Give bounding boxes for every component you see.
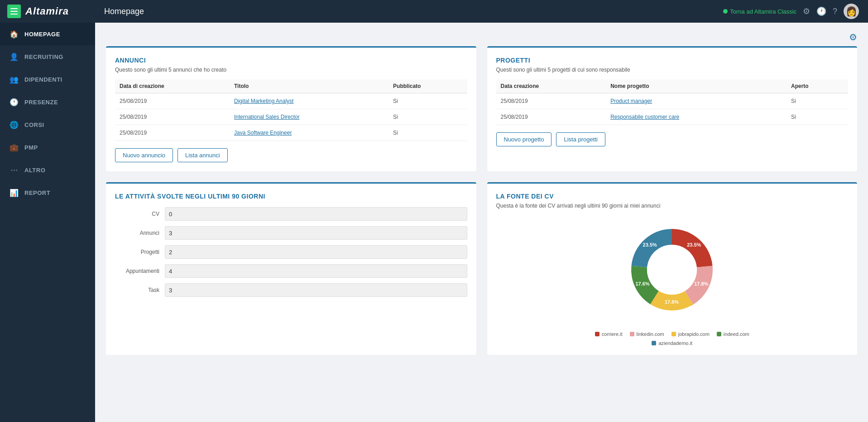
progetti-open: Si	[786, 109, 848, 125]
activity-row: Annunci 3	[115, 226, 467, 240]
avatar[interactable]: 👩	[844, 4, 859, 19]
clock-icon[interactable]: 🕐	[816, 6, 826, 16]
sidebar-label-corsi: CORSI	[24, 121, 44, 128]
annunci-card: ANNUNCI Questo sono gli ultimi 5 annunci…	[106, 46, 476, 171]
legend-dot	[652, 341, 656, 345]
sidebar-item-pmp[interactable]: 💼 PMP	[0, 136, 95, 159]
sidebar-label-altro: ALTRO	[24, 167, 45, 174]
legend-label: corriere.it	[602, 331, 623, 337]
activity-bar: 4	[165, 264, 467, 278]
activity-value: 3	[169, 230, 172, 237]
app-name: Altamira	[25, 5, 69, 17]
sidebar-logo: Altamira	[0, 0, 95, 23]
annunci-date: 25/08/2019	[115, 109, 230, 125]
annunci-published: Si	[388, 109, 467, 125]
classic-link[interactable]: Torna ad Altamira Classic	[723, 8, 796, 15]
progetti-col-open: Aperto	[786, 79, 848, 93]
annunci-published: Si	[388, 93, 467, 109]
activity-bar: 2	[165, 245, 467, 259]
legend-label: aziendademo.it	[658, 340, 692, 346]
topbar-right: Torna ad Altamira Classic ⚙ 🕐 ? 👩	[723, 4, 859, 19]
activity-label: Annunci	[115, 230, 165, 236]
sidebar-nav: 🏠 HOMEPAGE 👤 RECRUITING 👥 DIPENDENTI 🕐 P…	[0, 23, 95, 422]
activity-value: 4	[169, 268, 172, 275]
table-row: 25/08/2019 Digital Marketing Analyst Si	[115, 93, 467, 109]
progetti-name-cell[interactable]: Responsabile customer care	[606, 109, 786, 125]
legend-label: linkedin.com	[637, 331, 664, 337]
settings-icon[interactable]: ⚙	[803, 6, 810, 16]
table-row: 25/08/2019 Responsabile customer care Si	[496, 109, 849, 125]
activity-value: 3	[169, 287, 172, 294]
progetti-card: PROGETTI Questi sono gli ultimi 5 proget…	[487, 46, 858, 171]
sidebar-label-presenze: PRESENZE	[24, 99, 58, 106]
annunci-date: 25/08/2019	[115, 125, 230, 141]
progetti-name-cell[interactable]: Product manager	[606, 93, 786, 109]
presenze-icon: 🕐	[9, 97, 19, 107]
legend-item: aziendademo.it	[652, 340, 692, 346]
progetti-subtitle: Questi sono gli ultimi 5 progetti di cui…	[496, 67, 849, 73]
dipendenti-icon: 👥	[9, 74, 19, 84]
annunci-col-date: Data di creazione	[115, 79, 230, 93]
annunci-title-cell[interactable]: Digital Marketing Analyst	[230, 93, 388, 109]
sidebar-item-homepage[interactable]: 🏠 HOMEPAGE	[0, 23, 95, 45]
annunci-table: Data di creazione Titolo Pubblicato 25/0…	[115, 79, 467, 141]
annunci-buttons: Nuovo annuncio Lista annunci	[115, 148, 467, 162]
progetti-open: Si	[786, 93, 848, 109]
legend-dot	[717, 332, 721, 336]
pmp-icon: 💼	[9, 142, 19, 152]
page-title: Homepage	[104, 7, 144, 16]
donut-label: 17.8%	[694, 281, 708, 286]
donut-chart: 23.5%17.8%17.6%17.6%23.5%	[622, 220, 722, 320]
legend-item: corriere.it	[595, 331, 623, 337]
sidebar-item-report[interactable]: 📊 REPORT	[0, 181, 95, 204]
annunci-col-title: Titolo	[230, 79, 388, 93]
sidebar-item-presenze[interactable]: 🕐 PRESENZE	[0, 91, 95, 113]
classic-link-dot	[723, 9, 728, 14]
main-wrapper: Homepage Torna ad Altamira Classic ⚙ 🕐 ?…	[95, 0, 868, 422]
activities-title: LE ATTIVITÀ SVOLTE NEGLI ULTIMI 90 GIORN…	[115, 193, 467, 200]
list-progetti-button[interactable]: Lista progetti	[556, 132, 605, 146]
donut-label: 23.5%	[687, 242, 701, 247]
legend-item: jobrapido.com	[671, 331, 710, 337]
new-annuncio-button[interactable]: Nuovo annuncio	[115, 148, 173, 162]
progetti-col-date: Data creazione	[496, 79, 606, 93]
donut-label: 17.6%	[636, 281, 650, 286]
table-row: 25/08/2019 Product manager Si	[496, 93, 849, 109]
legend-item: linkedin.com	[630, 331, 664, 337]
hamburger-menu-button[interactable]	[7, 5, 21, 18]
sidebar-item-altro[interactable]: ⋯ ALTRO	[0, 159, 95, 181]
activity-row: Progetti 2	[115, 245, 467, 259]
sidebar-item-corsi[interactable]: 🌐 CORSI	[0, 113, 95, 136]
activities-card: LE ATTIVITÀ SVOLTE NEGLI ULTIMI 90 GIORN…	[106, 182, 476, 355]
content-settings-icon[interactable]: ⚙	[849, 32, 857, 43]
activities-rows: CV 0 Annunci 3 Progetti 2 Appuntamenti 4…	[115, 207, 467, 297]
progetti-buttons: Nuovo progetto Lista progetti	[496, 132, 849, 146]
activity-label: CV	[115, 211, 165, 217]
list-annunci-button[interactable]: Lista annunci	[177, 148, 228, 162]
recruiting-icon: 👤	[9, 52, 19, 62]
donut-center	[647, 245, 697, 295]
activity-label: Task	[115, 287, 165, 293]
cv-source-card: LA FONTE DEI CV Questa è la fonte dei CV…	[487, 182, 858, 355]
new-progetto-button[interactable]: Nuovo progetto	[496, 132, 552, 146]
cv-source-title: LA FONTE DEI CV	[496, 193, 849, 200]
sidebar-label-homepage: HOMEPAGE	[24, 31, 60, 38]
classic-link-label: Torna ad Altamira Classic	[730, 8, 796, 15]
progetti-date: 25/08/2019	[496, 93, 606, 109]
sidebar-item-dipendenti[interactable]: 👥 DIPENDENTI	[0, 68, 95, 91]
corsi-icon: 🌐	[9, 120, 19, 130]
activity-value: 0	[169, 211, 172, 218]
sidebar: Altamira 🏠 HOMEPAGE 👤 RECRUITING 👥 DIPEN…	[0, 0, 95, 422]
chart-section: 23.5%17.8%17.6%17.6%23.5% corriere.itlin…	[496, 215, 849, 346]
cv-source-subtitle: Questa è la fonte dei CV arrivati negli …	[496, 203, 849, 209]
help-icon[interactable]: ?	[833, 7, 837, 16]
annunci-published: Si	[388, 125, 467, 141]
sidebar-label-recruiting: RECRUITING	[24, 53, 63, 60]
annunci-title-cell[interactable]: International Sales Director	[230, 109, 388, 125]
topbar: Homepage Torna ad Altamira Classic ⚙ 🕐 ?…	[95, 0, 868, 23]
activity-row: Task 3	[115, 283, 467, 297]
top-grid: ANNUNCI Questo sono gli ultimi 5 annunci…	[106, 46, 857, 171]
sidebar-item-recruiting[interactable]: 👤 RECRUITING	[0, 45, 95, 68]
annunci-title-cell[interactable]: Java Software Engineer	[230, 125, 388, 141]
content-header: ⚙	[106, 32, 857, 43]
